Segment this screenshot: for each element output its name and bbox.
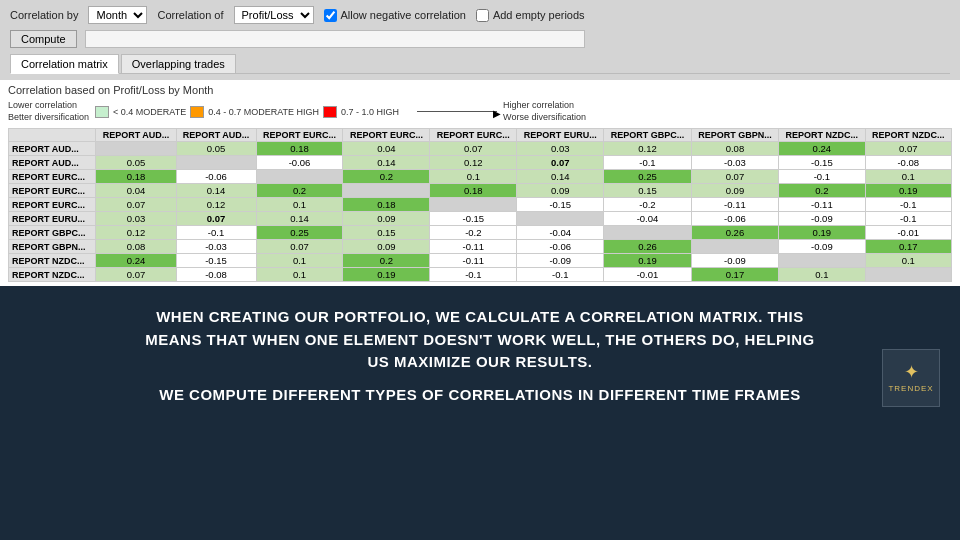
trendex-label: TRENDEX bbox=[888, 384, 933, 393]
cell-5-2: 0.14 bbox=[256, 212, 343, 226]
row-header-8: REPORT NZDC... bbox=[9, 254, 96, 268]
cell-9-7: 0.17 bbox=[691, 268, 778, 282]
table-row: REPORT GBPN...0.08-0.030.070.09-0.11-0.0… bbox=[9, 240, 952, 254]
bottom-text1: WHEN CREATING OUR PORTFOLIO, WE CALCULAT… bbox=[145, 306, 814, 374]
cell-3-2: 0.2 bbox=[256, 184, 343, 198]
cell-4-9: -0.1 bbox=[865, 198, 951, 212]
cell-5-8: -0.09 bbox=[779, 212, 865, 226]
cell-9-1: -0.08 bbox=[176, 268, 256, 282]
cell-3-0: 0.04 bbox=[96, 184, 176, 198]
cell-2-0: 0.18 bbox=[96, 170, 176, 184]
cell-0-3: 0.04 bbox=[343, 142, 430, 156]
row-header-5: REPORT EURU... bbox=[9, 212, 96, 226]
cell-5-3: 0.09 bbox=[343, 212, 430, 226]
row-header-0: REPORT AUD... bbox=[9, 142, 96, 156]
cell-3-7: 0.09 bbox=[691, 184, 778, 198]
cell-1-6: -0.1 bbox=[604, 156, 691, 170]
cell-5-1: 0.07 bbox=[176, 212, 256, 226]
cell-0-5: 0.03 bbox=[517, 142, 604, 156]
cell-2-5: 0.14 bbox=[517, 170, 604, 184]
tab-correlation-matrix[interactable]: Correlation matrix bbox=[10, 54, 119, 74]
cell-7-6: 0.26 bbox=[604, 240, 691, 254]
correlation-by-select[interactable]: Month bbox=[88, 6, 147, 24]
cell-7-5: -0.06 bbox=[517, 240, 604, 254]
table-row: REPORT EURC...0.070.120.10.18-0.15-0.2-0… bbox=[9, 198, 952, 212]
legend-moderate-label: < 0.4 MODERATE bbox=[113, 107, 186, 117]
col-header-9: REPORT NZDC... bbox=[779, 129, 865, 142]
cell-6-2: 0.25 bbox=[256, 226, 343, 240]
cell-0-4: 0.07 bbox=[430, 142, 517, 156]
cell-9-5: -0.1 bbox=[517, 268, 604, 282]
cell-8-2: 0.1 bbox=[256, 254, 343, 268]
cell-5-9: -0.1 bbox=[865, 212, 951, 226]
cell-6-9: -0.01 bbox=[865, 226, 951, 240]
cell-9-3: 0.19 bbox=[343, 268, 430, 282]
legend-high-label: 0.7 - 1.0 HIGH bbox=[341, 107, 399, 117]
cell-1-0: 0.05 bbox=[96, 156, 176, 170]
table-header-row: REPORT AUD... REPORT AUD... REPORT EURC.… bbox=[9, 129, 952, 142]
compute-button[interactable]: Compute bbox=[10, 30, 77, 48]
trendex-logo: ✦ TRENDEX bbox=[882, 349, 940, 407]
content-area: Correlation based on Profit/Loss by Mont… bbox=[0, 80, 960, 286]
cell-2-3: 0.2 bbox=[343, 170, 430, 184]
cell-5-4: -0.15 bbox=[430, 212, 517, 226]
allow-negative-checkbox[interactable] bbox=[324, 9, 337, 22]
add-empty-checkbox[interactable] bbox=[476, 9, 489, 22]
trendex-icon: ✦ bbox=[904, 363, 919, 381]
cell-0-9: 0.07 bbox=[865, 142, 951, 156]
cell-6-3: 0.15 bbox=[343, 226, 430, 240]
cell-4-4 bbox=[430, 198, 517, 212]
add-empty-group: Add empty periods bbox=[476, 9, 585, 22]
cell-6-4: -0.2 bbox=[430, 226, 517, 240]
col-header-8: REPORT GBPN... bbox=[691, 129, 778, 142]
legend-high-box bbox=[323, 106, 337, 118]
cell-3-5: 0.09 bbox=[517, 184, 604, 198]
legend-mod-high-box bbox=[190, 106, 204, 118]
cell-1-9: -0.08 bbox=[865, 156, 951, 170]
cell-3-1: 0.14 bbox=[176, 184, 256, 198]
content-title: Correlation based on Profit/Loss by Mont… bbox=[8, 84, 952, 96]
cell-8-6: 0.19 bbox=[604, 254, 691, 268]
cell-6-1: -0.1 bbox=[176, 226, 256, 240]
tab-overlapping-trades[interactable]: Overlapping trades bbox=[121, 54, 236, 73]
cell-3-4: 0.18 bbox=[430, 184, 517, 198]
cell-9-9 bbox=[865, 268, 951, 282]
cell-1-2: -0.06 bbox=[256, 156, 343, 170]
cell-8-8 bbox=[779, 254, 865, 268]
cell-1-4: 0.12 bbox=[430, 156, 517, 170]
legend-moderate-box bbox=[95, 106, 109, 118]
cell-2-8: -0.1 bbox=[779, 170, 865, 184]
correlation-of-select[interactable]: Profit/Loss bbox=[234, 6, 314, 24]
cell-8-4: -0.11 bbox=[430, 254, 517, 268]
cell-6-5: -0.04 bbox=[517, 226, 604, 240]
cell-4-0: 0.07 bbox=[96, 198, 176, 212]
cell-5-0: 0.03 bbox=[96, 212, 176, 226]
cell-7-7 bbox=[691, 240, 778, 254]
row-header-6: REPORT GBPC... bbox=[9, 226, 96, 240]
cell-0-8: 0.24 bbox=[779, 142, 865, 156]
cell-8-9: 0.1 bbox=[865, 254, 951, 268]
cell-7-2: 0.07 bbox=[256, 240, 343, 254]
cell-9-4: -0.1 bbox=[430, 268, 517, 282]
cell-3-6: 0.15 bbox=[604, 184, 691, 198]
cell-9-2: 0.1 bbox=[256, 268, 343, 282]
table-row: REPORT NZDC...0.07-0.080.10.19-0.1-0.1-0… bbox=[9, 268, 952, 282]
top-panel: Correlation by Month Correlation of Prof… bbox=[0, 0, 960, 80]
table-row: REPORT GBPC...0.12-0.10.250.15-0.2-0.040… bbox=[9, 226, 952, 240]
allow-negative-label: Allow negative correlation bbox=[341, 9, 466, 21]
cell-4-2: 0.1 bbox=[256, 198, 343, 212]
cell-0-6: 0.12 bbox=[604, 142, 691, 156]
correlation-table: REPORT AUD... REPORT AUD... REPORT EURC.… bbox=[8, 128, 952, 282]
cell-9-0: 0.07 bbox=[96, 268, 176, 282]
cell-2-7: 0.07 bbox=[691, 170, 778, 184]
cell-7-8: -0.09 bbox=[779, 240, 865, 254]
legend-arrow: ▶ Higher correlation Worse diversificati… bbox=[417, 100, 586, 123]
cell-8-7: -0.09 bbox=[691, 254, 778, 268]
row-header-1: REPORT AUD... bbox=[9, 156, 96, 170]
cell-4-3: 0.18 bbox=[343, 198, 430, 212]
cell-0-2: 0.18 bbox=[256, 142, 343, 156]
cell-9-6: -0.01 bbox=[604, 268, 691, 282]
row-header-7: REPORT GBPN... bbox=[9, 240, 96, 254]
table-row: REPORT AUD...0.050.180.040.070.030.120.0… bbox=[9, 142, 952, 156]
correlation-by-label: Correlation by bbox=[10, 9, 78, 21]
